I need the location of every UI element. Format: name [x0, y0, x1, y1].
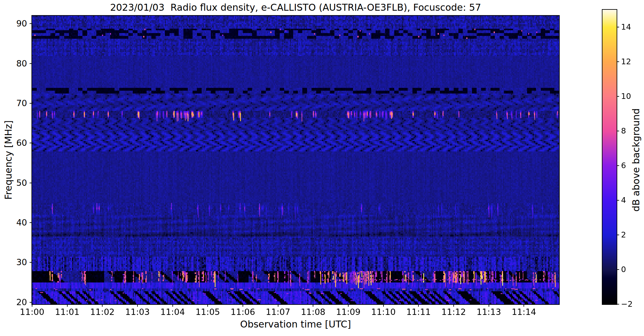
y-tick-mark: [30, 302, 32, 303]
x-tick-label: 11:08: [301, 307, 325, 317]
y-tick-label: 50: [5, 178, 27, 188]
colorbar-tick-mark: [617, 165, 619, 166]
y-tick-label: 20: [5, 298, 27, 307]
x-tick-mark: [172, 304, 173, 307]
colorbar-tick-mark: [617, 131, 619, 131]
colorbar-tick-label: 4: [621, 196, 626, 205]
x-tick-mark: [524, 304, 524, 307]
colorbar-tick-mark: [617, 235, 619, 235]
colorbar-tick-mark: [617, 96, 619, 97]
x-tick-label: 11:09: [336, 307, 361, 317]
spectrogram-canvas: [32, 16, 559, 304]
colorbar-tick-mark: [617, 27, 619, 27]
colorbar-canvas: [602, 10, 617, 304]
colorbar-tick-mark: [617, 304, 619, 305]
x-tick-mark: [67, 304, 68, 307]
y-tick-label: 30: [5, 258, 27, 267]
x-tick-mark: [313, 304, 313, 307]
x-tick-mark: [243, 304, 243, 307]
colorbar-tick-mark: [617, 269, 619, 270]
x-axis-label: Observation time [UTC]: [32, 319, 559, 330]
x-tick-label: 11:11: [406, 307, 431, 317]
x-tick-label: 11:05: [195, 307, 220, 317]
y-tick-mark: [30, 63, 32, 64]
colorbar-tick-label: 6: [621, 161, 626, 170]
colorbar-tick-label: −2: [621, 300, 633, 309]
x-tick-label: 11:03: [125, 307, 150, 317]
x-tick-mark: [137, 304, 138, 307]
colorbar-tick-label: 14: [621, 23, 631, 31]
x-tick-label: 11:14: [512, 307, 536, 317]
x-tick-label: 11:07: [266, 307, 290, 317]
x-tick-label: 11:10: [371, 307, 396, 317]
x-tick-label: 11:06: [231, 307, 255, 317]
colorbar-label: dB above background: [630, 108, 641, 212]
y-tick-label: 70: [5, 99, 27, 108]
chart-title: 2023/01/03 Radio flux density, e-CALLIST…: [32, 2, 559, 13]
colorbar-tick-label: 0: [621, 265, 626, 274]
x-tick-mark: [32, 304, 32, 307]
y-tick-label: 80: [5, 59, 27, 68]
x-tick-mark: [489, 304, 489, 307]
x-tick-label: 11:00: [20, 307, 44, 317]
y-tick-mark: [30, 262, 32, 263]
y-tick-mark: [30, 23, 32, 24]
x-tick-mark: [453, 304, 454, 307]
x-tick-mark: [207, 304, 208, 307]
x-tick-label: 11:12: [441, 307, 466, 317]
x-tick-mark: [418, 304, 419, 307]
colorbar-tick-label: 12: [621, 57, 631, 66]
y-tick-label: 90: [5, 19, 27, 28]
x-tick-mark: [278, 304, 278, 307]
y-axis-label: Frequency [MHz]: [3, 120, 14, 200]
x-tick-label: 11:01: [55, 307, 80, 317]
colorbar-tick-mark: [617, 61, 619, 62]
y-tick-label: 60: [5, 138, 27, 148]
colorbar-tick-mark: [617, 200, 619, 201]
x-tick-mark: [383, 304, 384, 307]
x-tick-mark: [102, 304, 103, 307]
x-tick-label: 11:04: [160, 307, 185, 317]
x-tick-label: 11:13: [477, 307, 501, 317]
x-tick-label: 11:02: [90, 307, 115, 317]
figure: 2023/01/03 Radio flux density, e-CALLIST…: [0, 0, 644, 336]
y-tick-label: 40: [5, 218, 27, 227]
y-tick-mark: [30, 103, 32, 104]
colorbar-tick-label: 2: [621, 231, 626, 239]
y-tick-mark: [30, 143, 32, 143]
x-tick-mark: [348, 304, 349, 307]
y-tick-mark: [30, 183, 32, 183]
y-tick-mark: [30, 222, 32, 223]
colorbar-tick-label: 10: [621, 92, 631, 101]
colorbar-tick-label: 8: [621, 127, 626, 135]
